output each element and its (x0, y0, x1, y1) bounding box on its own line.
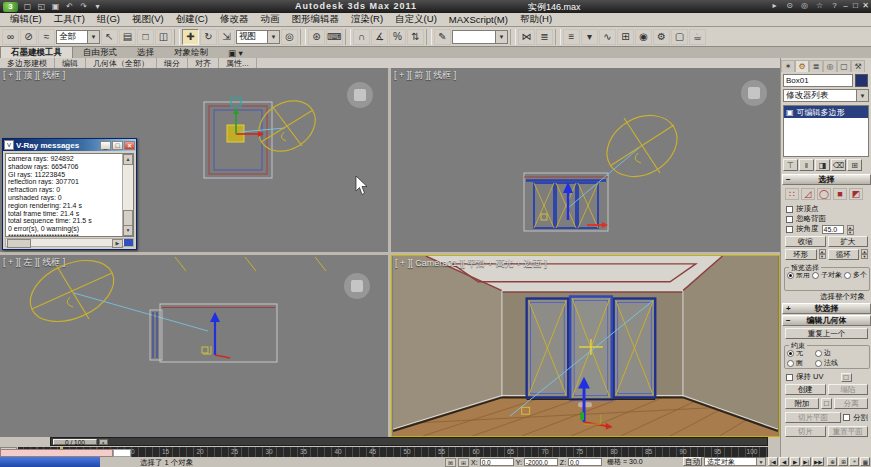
viewport-front-label[interactable]: [ + ][ 前 ][ 线框 ] (394, 69, 456, 82)
vray-log-line-8[interactable]: total sequence time: 21.5 s (8, 217, 122, 225)
menu-item-1[interactable]: 工具(T) (48, 13, 91, 26)
vray-maximize-button[interactable]: □ (112, 141, 123, 150)
shrink-button[interactable]: 收缩 (785, 236, 826, 247)
key-filter-dropdown[interactable]: 选定对象 ▼ (704, 457, 766, 466)
make-unique-icon[interactable]: ◨ (815, 159, 830, 171)
ribbon-panel-5[interactable]: 属性... (219, 58, 257, 68)
checkbox-icon[interactable] (786, 226, 793, 233)
keyboard-shortcut-override-icon[interactable]: ⌨ (326, 29, 343, 45)
ribbon-tab-0[interactable]: 石墨建模工具 (0, 46, 73, 58)
zoom-extents-all-icon[interactable]: ▦ (860, 457, 870, 466)
vray-log-line-2[interactable]: GI rays: 11223845 (8, 171, 122, 179)
vray-log-line-3[interactable]: reflection rays: 307701 (8, 178, 122, 186)
previous-frame-icon[interactable]: ◀ (779, 457, 789, 466)
vray-message-log[interactable]: camera rays: 924892shadow rays: 6654706G… (5, 153, 134, 237)
help-icon[interactable]: ? (828, 0, 841, 11)
undo-icon[interactable]: ↶ (63, 1, 76, 12)
menu-item-2[interactable]: 组(G) (91, 13, 126, 26)
render-production-icon[interactable]: ☕ (689, 29, 706, 45)
preserve-uv-settings-button[interactable]: □ (841, 373, 852, 382)
constraint-edge-radio[interactable] (815, 350, 822, 357)
curve-editor-icon[interactable]: ∿ (599, 29, 616, 45)
vray-vertical-scrollbar[interactable]: ▲ ▼ (122, 154, 133, 236)
tab-hierarchy-icon[interactable]: ≣ (809, 60, 823, 72)
viewport-camera[interactable]: [ + ][ Camera01 ][ 平滑 + 高光 + 边面 ] (391, 255, 780, 437)
reference-coordinate-system-dropdown[interactable]: 视图▼ (236, 30, 280, 44)
graphite-ribbon-toggle-icon[interactable]: ▾ (581, 29, 598, 45)
stack-item-editable-poly[interactable]: ▣ 可编辑多边形 (784, 106, 868, 118)
menu-item-7[interactable]: 图形编辑器 (285, 13, 345, 26)
viewcube-icon[interactable] (347, 82, 373, 108)
checkbox-icon[interactable] (843, 414, 850, 421)
time-slider-handle[interactable]: 0 / 100 (53, 439, 97, 445)
subobject-element-icon[interactable]: ◩ (849, 188, 863, 200)
toolbar-options-icon[interactable]: ▾ (91, 1, 104, 12)
restore-button[interactable]: □ (851, 0, 860, 11)
vray-log-line-9[interactable]: 0 error(s), 0 warning(s) (8, 225, 122, 233)
checkbox-icon[interactable] (786, 206, 793, 213)
selection-lock-toggle[interactable]: ⊠ (445, 458, 456, 467)
ribbon-tab-1[interactable]: 自由形式 (73, 47, 127, 58)
modifier-list-dropdown[interactable]: 修改器列表 ▼ (783, 89, 869, 102)
save-file-icon[interactable]: ▣ (49, 1, 62, 12)
by-vertex-checkbox[interactable]: 按顶点 (786, 204, 819, 214)
split-checkbox[interactable]: 分割 (843, 412, 868, 423)
slice-button[interactable]: 切片 (785, 426, 826, 437)
select-and-link-icon[interactable]: ∞ (2, 29, 19, 45)
menu-item-5[interactable]: 修改器 (214, 13, 255, 26)
menu-item-3[interactable]: 视图(V) (126, 13, 170, 26)
menu-item-10[interactable]: MAXScript(M) (443, 14, 514, 25)
redo-icon[interactable]: ↷ (77, 1, 90, 12)
mirror-icon[interactable]: ⋈ (518, 29, 535, 45)
ribbon-panel-2[interactable]: 几何体（全部） (86, 58, 157, 68)
time-slider-next-icon[interactable]: ▸ (99, 439, 108, 445)
tab-create-icon[interactable]: ✶ (781, 60, 795, 72)
angle-spinner[interactable]: ▲▼ (847, 225, 854, 234)
ribbon-panel-4[interactable]: 对齐 (188, 58, 219, 68)
select-and-move-icon[interactable]: ✚ (182, 29, 199, 45)
vray-minimize-button[interactable]: _ (100, 141, 111, 150)
schematic-view-icon[interactable]: ⊞ (617, 29, 634, 45)
edit-named-selection-sets-icon[interactable]: ✎ (434, 29, 451, 45)
menu-item-8[interactable]: 渲染(R) (345, 13, 389, 26)
loop-button[interactable]: 循环 (828, 249, 860, 260)
vray-log-line-5[interactable]: unshaded rays: 0 (8, 194, 122, 202)
select-and-rotate-icon[interactable]: ↻ (200, 29, 217, 45)
ribbon-tab-3[interactable]: 对象绘制 (164, 47, 218, 58)
vray-log-line-10[interactable]: ************************** (8, 233, 122, 237)
checkbox-icon[interactable] (786, 374, 793, 381)
window-crossing-toggle-icon[interactable]: ◫ (155, 29, 172, 45)
configure-modifier-sets-icon[interactable]: ⊞ (847, 159, 862, 171)
maxscript-mini-listener[interactable] (0, 449, 113, 457)
x-coordinate-field[interactable]: 0.0 (480, 458, 514, 466)
preview-multi-radio[interactable] (844, 272, 851, 279)
checkbox-icon[interactable] (786, 216, 793, 223)
y-coordinate-field[interactable]: -2000.0 (524, 458, 558, 466)
vray-messages-window[interactable]: V V-Ray messages _□× camera rays: 924892… (2, 138, 137, 250)
attach-list-button[interactable]: □ (821, 398, 832, 409)
ribbon-panel-3[interactable]: 细分 (157, 58, 188, 68)
next-frame-icon[interactable]: ▶| (801, 457, 811, 466)
scroll-up-icon[interactable]: ▲ (123, 154, 133, 165)
vray-log-line-6[interactable]: region rendering: 21.4 s (8, 202, 122, 210)
tab-display-icon[interactable]: ▢ (837, 60, 851, 72)
tab-utilities-icon[interactable]: ⚒ (851, 60, 865, 72)
time-slider-track[interactable]: 0 / 100 ▸ (50, 437, 768, 446)
viewcube-icon[interactable] (344, 273, 370, 299)
tab-modify-icon[interactable]: ⚙ (795, 60, 809, 72)
communication-center-icon[interactable]: ◎ (798, 0, 811, 11)
viewport-left[interactable]: [ + ][ 左 ][ 线框 ] (0, 255, 388, 437)
loop-spinner[interactable]: ▲▼ (861, 249, 868, 258)
vray-close-button[interactable]: × (124, 141, 135, 150)
transform-type-in-toggle[interactable]: ⊞ (458, 458, 469, 467)
vray-hscroll-thumb[interactable] (7, 239, 31, 248)
attach-button[interactable]: 附加 (785, 398, 819, 409)
select-object-icon[interactable]: ↖ (101, 29, 118, 45)
selection-filter-dropdown[interactable]: 全部▼ (56, 30, 100, 44)
pin-stack-icon[interactable]: ⊤ (783, 159, 798, 171)
scroll-down-icon[interactable]: ▼ (123, 225, 133, 236)
select-and-manipulate-icon[interactable]: ⊛ (308, 29, 325, 45)
collapse-button[interactable]: 塌陷 (828, 384, 869, 395)
go-to-end-icon[interactable]: ▶▶ (812, 457, 824, 466)
ribbon-panel-0[interactable]: 多边形建模 (0, 58, 55, 68)
